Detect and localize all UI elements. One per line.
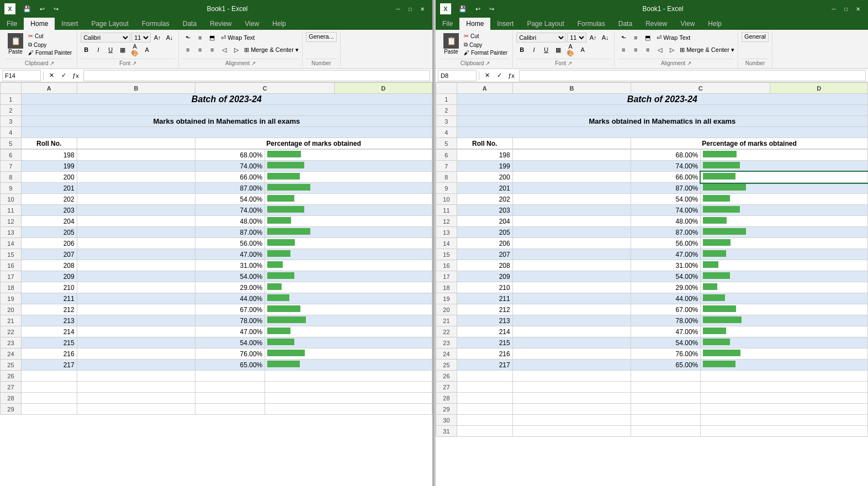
roll-number-cell[interactable]: 212 xyxy=(457,304,512,315)
spreadsheet-right[interactable]: A B C D 1 Batch of 2023-24 2 xyxy=(436,82,868,486)
col-b-header-left[interactable]: B xyxy=(77,83,195,94)
tab-data-right[interactable]: Data xyxy=(612,18,639,30)
empty-cell[interactable] xyxy=(195,393,265,404)
empty-cell[interactable] xyxy=(457,393,512,404)
format-painter-button-right[interactable]: 🖌 Format Painter xyxy=(462,49,509,56)
pct-cell[interactable]: 54.00% xyxy=(195,194,265,205)
roll-number-cell[interactable]: 210 xyxy=(21,282,77,293)
bar-cell[interactable] xyxy=(265,249,432,260)
roll-number-cell[interactable]: 215 xyxy=(21,337,77,348)
format-painter-button-left[interactable]: 🖌 Format Painter xyxy=(27,49,73,56)
tab-home-left[interactable]: Home xyxy=(24,18,55,30)
bar-cell[interactable] xyxy=(701,304,868,315)
subtitle-cell-right[interactable]: Marks obtained in Mahematics in all exam… xyxy=(457,116,867,127)
empty-cell[interactable] xyxy=(265,404,432,415)
align-left-btn-left[interactable]: ≡ xyxy=(182,45,193,55)
pct-cell[interactable]: 56.00% xyxy=(195,238,265,249)
col-c-header-left[interactable]: C xyxy=(195,83,335,94)
roll-number-cell[interactable]: 206 xyxy=(21,238,77,249)
pct-cell[interactable]: 44.00% xyxy=(631,293,701,304)
title-cell-right[interactable]: Batch of 2023-24 xyxy=(457,94,867,105)
fill-color-btn-right[interactable]: A🎨 xyxy=(565,45,576,55)
pct-cell[interactable]: 31.00% xyxy=(631,260,701,271)
empty-cell[interactable] xyxy=(77,238,195,249)
align-top-right-right[interactable]: ⬒ xyxy=(642,33,653,43)
empty-cell[interactable] xyxy=(631,426,701,437)
bar-cell[interactable] xyxy=(265,161,432,172)
empty-cell[interactable] xyxy=(77,271,195,282)
roll-number-cell[interactable]: 214 xyxy=(21,326,77,337)
cut-button-right[interactable]: ✂ Cut xyxy=(462,32,509,40)
roll-number-cell[interactable]: 205 xyxy=(21,227,77,238)
empty-cell[interactable] xyxy=(631,404,701,415)
roll-number-cell[interactable]: 206 xyxy=(457,238,512,249)
empty-cell[interactable] xyxy=(631,371,701,382)
empty-cell[interactable] xyxy=(512,315,631,326)
title-cell-left[interactable]: Batch of 2023-24 xyxy=(21,94,432,105)
save-btn-left[interactable]: 💾 xyxy=(20,4,34,14)
roll-number-cell[interactable]: 213 xyxy=(21,315,77,326)
number-format-left[interactable]: Genera... xyxy=(306,32,337,42)
empty-cell[interactable] xyxy=(512,183,631,194)
indent-inc-btn-left[interactable]: ▷ xyxy=(231,45,242,55)
empty-cell[interactable] xyxy=(457,415,512,426)
align-center-btn-right[interactable]: ≡ xyxy=(630,45,641,55)
bar-cell[interactable] xyxy=(701,360,868,371)
empty-cell[interactable] xyxy=(21,393,77,404)
roll-number-cell[interactable]: 213 xyxy=(457,315,512,326)
formula-input-right[interactable] xyxy=(519,70,866,81)
pct-cell[interactable]: 65.00% xyxy=(195,360,265,371)
roll-number-cell[interactable]: 207 xyxy=(457,249,512,260)
cell-ref-left[interactable] xyxy=(2,70,41,81)
empty-cell[interactable] xyxy=(195,382,265,393)
font-grow-btn-left[interactable]: A↑ xyxy=(152,33,163,43)
bar-cell[interactable] xyxy=(701,315,868,326)
empty-cell[interactable] xyxy=(77,183,195,194)
roll-number-cell[interactable]: 210 xyxy=(457,282,512,293)
roll-number-cell[interactable]: 211 xyxy=(457,293,512,304)
bar-cell[interactable] xyxy=(701,293,868,304)
empty-cell[interactable] xyxy=(701,382,868,393)
empty-cell[interactable] xyxy=(265,393,432,404)
tab-view-left[interactable]: View xyxy=(239,18,266,30)
close-btn-left[interactable]: ✕ xyxy=(417,3,428,14)
bar-cell[interactable] xyxy=(265,337,432,348)
tab-file-right[interactable]: File xyxy=(436,18,459,30)
undo-btn-left[interactable]: ↩ xyxy=(36,4,48,14)
empty-cell[interactable] xyxy=(512,227,631,238)
empty-cell[interactable] xyxy=(457,105,867,116)
roll-number-cell[interactable]: 199 xyxy=(457,161,512,172)
empty-cell[interactable] xyxy=(512,271,631,282)
roll-number-cell[interactable]: 204 xyxy=(21,216,77,227)
indent-inc-btn-right[interactable]: ▷ xyxy=(666,45,678,55)
col-a-header-right[interactable]: A xyxy=(457,83,512,94)
font-size-select-left[interactable]: 11 xyxy=(131,33,151,43)
empty-cell[interactable] xyxy=(77,404,195,415)
maximize-btn-left[interactable]: □ xyxy=(405,3,416,14)
roll-number-cell[interactable]: 207 xyxy=(21,249,77,260)
align-right-btn-right[interactable]: ≡ xyxy=(642,45,653,55)
pct-cell[interactable]: 65.00% xyxy=(631,360,701,371)
minimize-btn-right[interactable]: ─ xyxy=(828,3,839,14)
roll-number-cell[interactable]: 200 xyxy=(21,172,77,183)
tab-review-left[interactable]: Review xyxy=(203,18,238,30)
tab-pagelayout-left[interactable]: Page Layout xyxy=(84,18,135,30)
empty-cell[interactable] xyxy=(77,348,195,360)
pct-cell[interactable]: 54.00% xyxy=(631,271,701,282)
empty-cell[interactable] xyxy=(77,304,195,315)
empty-cell[interactable] xyxy=(512,282,631,293)
bar-cell[interactable] xyxy=(265,205,432,216)
tab-help-left[interactable]: Help xyxy=(266,18,293,30)
empty-cell[interactable] xyxy=(457,404,512,415)
roll-number-cell[interactable]: 202 xyxy=(21,194,77,205)
pct-cell[interactable]: 74.00% xyxy=(631,161,701,172)
bar-cell[interactable] xyxy=(265,260,432,271)
empty-cell[interactable] xyxy=(512,326,631,337)
pct-cell[interactable]: 74.00% xyxy=(631,205,701,216)
cut-button-left[interactable]: ✂ Cut xyxy=(27,32,73,40)
empty-cell[interactable] xyxy=(77,315,195,326)
empty-cell[interactable] xyxy=(512,304,631,315)
confirm-formula-right[interactable]: ✓ xyxy=(494,71,505,81)
underline-btn-left[interactable]: U xyxy=(105,45,116,55)
pct-cell[interactable]: 68.00% xyxy=(195,150,265,161)
